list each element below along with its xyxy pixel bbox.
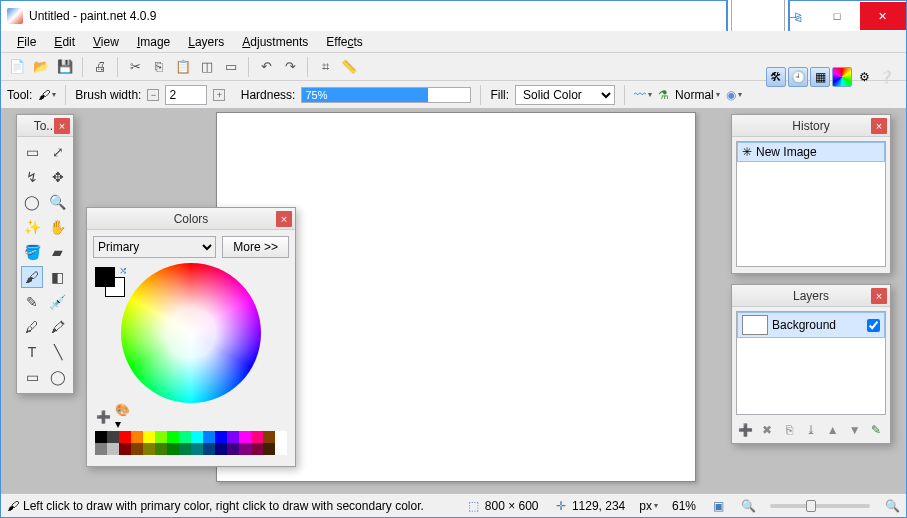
palette-color[interactable] (107, 431, 119, 443)
palette-color[interactable] (227, 431, 239, 443)
tool-rect-select[interactable]: ▭ (21, 141, 43, 163)
add-layer-icon[interactable]: ➕ (736, 421, 754, 439)
tool-magic-wand[interactable]: ✨ (21, 216, 43, 238)
menu-image[interactable]: Image (129, 33, 178, 51)
tool-clone[interactable]: 🖊 (21, 316, 43, 338)
fill-select[interactable]: Solid Color (515, 85, 615, 105)
maximize-button[interactable]: □ (814, 2, 860, 30)
palette-color[interactable] (155, 431, 167, 443)
fit-window-icon[interactable]: ▣ (710, 499, 726, 513)
tool-fill[interactable]: 🪣 (21, 241, 43, 263)
tool-lasso[interactable]: ↯ (21, 166, 43, 188)
undo-icon[interactable]: ↶ (256, 57, 276, 77)
colors-panel-close[interactable]: × (276, 211, 292, 227)
layers-window-toggle[interactable]: ▦ (810, 67, 830, 87)
color-palette[interactable] (95, 431, 287, 455)
palette-menu-icon[interactable]: 🎨▾ (115, 409, 131, 425)
palette-color[interactable] (203, 443, 215, 455)
palette-color[interactable] (167, 431, 179, 443)
tool-paintbrush[interactable]: 🖌 (21, 266, 43, 288)
tool-line[interactable]: ╲ (47, 341, 69, 363)
paste-icon[interactable]: 📋 (173, 57, 193, 77)
new-icon[interactable]: 📄 (7, 57, 27, 77)
cut-icon[interactable]: ✂ (125, 57, 145, 77)
brush-width-decrease[interactable]: − (147, 89, 159, 101)
menu-edit[interactable]: Edit (46, 33, 83, 51)
move-up-icon[interactable]: ▲ (824, 421, 842, 439)
palette-color[interactable] (179, 431, 191, 443)
print-icon[interactable]: 🖨 (90, 57, 110, 77)
palette-color[interactable] (227, 443, 239, 455)
tool-move-selection[interactable]: ⤢ (47, 141, 69, 163)
palette-color[interactable] (191, 443, 203, 455)
palette-color[interactable] (119, 431, 131, 443)
history-panel-close[interactable]: × (871, 118, 887, 134)
alpha-blend-toggle[interactable]: ⚗ (658, 88, 669, 102)
zoom-out-icon[interactable]: 🔍 (740, 499, 756, 513)
palette-color[interactable] (263, 443, 275, 455)
layers-panel-close[interactable]: × (871, 288, 887, 304)
layer-visible-checkbox[interactable] (867, 319, 880, 332)
palette-color[interactable] (275, 431, 287, 443)
open-icon[interactable]: 📂 (31, 57, 51, 77)
history-list[interactable]: ✳ New Image (736, 141, 886, 267)
palette-color[interactable] (143, 443, 155, 455)
add-color-icon[interactable]: ➕ (95, 409, 111, 425)
copy-icon[interactable]: ⎘ (149, 57, 169, 77)
tools-window-toggle[interactable]: 🛠 (766, 67, 786, 87)
layers-list[interactable]: Background (736, 311, 886, 415)
antialias-toggle[interactable]: 〰 ▾ (634, 88, 652, 102)
palette-color[interactable] (239, 431, 251, 443)
palette-color[interactable] (215, 443, 227, 455)
tool-gradient[interactable]: ▰ (47, 241, 69, 263)
tool-ellipse-select[interactable]: ◯ (21, 191, 43, 213)
menu-adjustments[interactable]: Adjustments (234, 33, 316, 51)
palette-color[interactable] (119, 443, 131, 455)
tool-recolor[interactable]: 🖍 (47, 316, 69, 338)
tool-pencil[interactable]: ✎ (21, 291, 43, 313)
tool-text[interactable]: T (21, 341, 43, 363)
brush-width-input[interactable] (165, 85, 207, 105)
color-target-select[interactable]: Primary (93, 236, 216, 258)
palette-color[interactable] (95, 443, 107, 455)
layer-properties-icon[interactable]: ✎ (867, 421, 885, 439)
tool-zoom[interactable]: 🔍 (47, 191, 69, 213)
merge-down-icon[interactable]: ⤓ (802, 421, 820, 439)
brush-width-increase[interactable]: + (213, 89, 225, 101)
palette-color[interactable] (95, 431, 107, 443)
tool-color-picker[interactable]: 💉 (47, 291, 69, 313)
delete-layer-icon[interactable]: ✖ (758, 421, 776, 439)
palette-color[interactable] (179, 443, 191, 455)
blend-mode[interactable]: Normal ▾ (675, 88, 720, 102)
palette-color[interactable] (131, 443, 143, 455)
hardness-slider[interactable]: 75% (301, 87, 471, 103)
menu-view[interactable]: View (85, 33, 127, 51)
primary-secondary-swatch[interactable]: ⤭ (95, 267, 125, 297)
move-down-icon[interactable]: ▼ (846, 421, 864, 439)
layer-item[interactable]: Background (737, 312, 885, 338)
tool-move-pixels[interactable]: ✥ (47, 166, 69, 188)
tool-shapes[interactable]: ◯ (47, 366, 69, 388)
colors-window-toggle[interactable] (832, 67, 852, 87)
save-icon[interactable]: 💾 (55, 57, 75, 77)
menu-layers[interactable]: Layers (180, 33, 232, 51)
palette-color[interactable] (203, 431, 215, 443)
thumbnail-dock-icon[interactable]: ⧎ (794, 11, 802, 22)
palette-color[interactable] (263, 431, 275, 443)
unit-select[interactable]: px ▾ (639, 499, 658, 513)
deselect-icon[interactable]: ▭ (221, 57, 241, 77)
settings-icon[interactable]: ⚙ (854, 67, 874, 87)
palette-color[interactable] (143, 431, 155, 443)
more-button[interactable]: More >> (222, 236, 289, 258)
history-window-toggle[interactable]: 🕘 (788, 67, 808, 87)
palette-color[interactable] (251, 443, 263, 455)
palette-color[interactable] (155, 443, 167, 455)
grid-icon[interactable]: ⌗ (315, 57, 335, 77)
duplicate-layer-icon[interactable]: ⎘ (780, 421, 798, 439)
tool-picker[interactable]: 🖌 ▾ (38, 88, 56, 102)
palette-color[interactable] (191, 431, 203, 443)
zoom-in-icon[interactable]: 🔍 (884, 499, 900, 513)
palette-color[interactable] (275, 443, 287, 455)
tool-eraser[interactable]: ◧ (47, 266, 69, 288)
palette-color[interactable] (131, 431, 143, 443)
